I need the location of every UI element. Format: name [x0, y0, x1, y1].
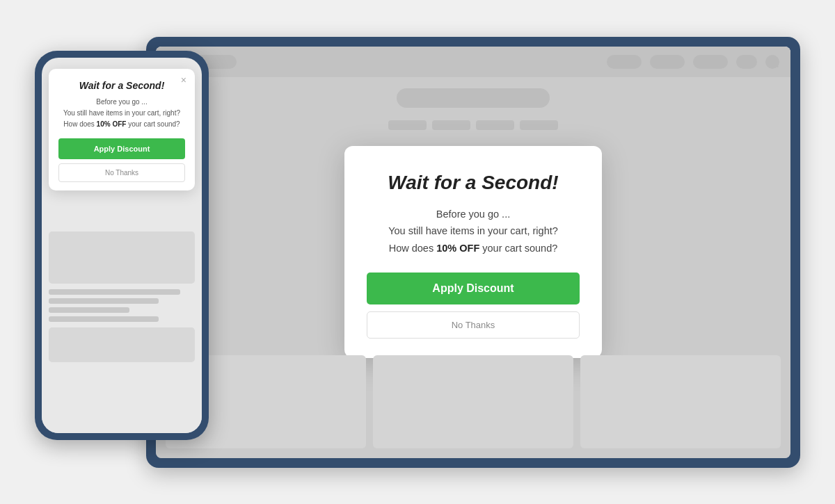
mobile-discount: 10% OFF: [97, 120, 127, 128]
mobile-device: × Wait for a Second! Before you go ... Y…: [35, 51, 209, 440]
mobile-line4: [49, 316, 159, 322]
mobile-close-icon[interactable]: ×: [181, 74, 186, 86]
desktop-bg-grid: [156, 346, 790, 458]
mobile-card2: [49, 327, 195, 362]
mobile-card1: [49, 231, 195, 284]
mobile-modal: × Wait for a Second! Before you go ... Y…: [49, 69, 195, 190]
mobile-body-line2: You still have items in your cart, right…: [63, 109, 180, 117]
mobile-lines: [49, 289, 195, 322]
mobile-body-line3: How does: [63, 120, 96, 128]
desktop-modal-body-line1: Before you go ...: [436, 209, 510, 220]
mobile-body-line1: Before you go ...: [96, 98, 147, 106]
desktop-modal-discount: 10% OFF: [436, 243, 479, 254]
mobile-apply-discount-button[interactable]: Apply Discount: [58, 138, 185, 159]
scene: × Wait for a Second! Before yo: [35, 23, 800, 482]
desktop-modal: Wait for a Second! Before you go ... You…: [344, 146, 602, 358]
desktop-modal-title: Wait for a Second!: [367, 171, 580, 195]
desktop-modal-body-line3: How does: [389, 243, 437, 254]
mobile-modal-body: Before you go ... You still have items i…: [58, 97, 185, 130]
desktop-bg-card3: [580, 355, 781, 448]
desktop-modal-body: Before you go ... You still have items i…: [367, 206, 580, 257]
mobile-no-thanks-button[interactable]: No Thanks: [58, 163, 185, 182]
desktop-modal-body-line2: You still have items in your cart, right…: [388, 225, 558, 236]
desktop-device: × Wait for a Second! Before yo: [146, 37, 800, 468]
desktop-modal-body-line4: your cart sound?: [479, 243, 557, 254]
mobile-body-content: [42, 225, 202, 433]
mobile-modal-title: Wait for a Second!: [58, 80, 185, 91]
desktop-screen: × Wait for a Second! Before yo: [156, 47, 790, 458]
mobile-line2: [49, 298, 159, 304]
mobile-line3: [49, 307, 129, 313]
mobile-body-line4: your cart sound?: [126, 120, 180, 128]
desktop-bg-card2: [373, 355, 573, 448]
mobile-line1: [49, 289, 180, 295]
mobile-screen: × Wait for a Second! Before you go ... Y…: [42, 58, 202, 433]
desktop-apply-discount-button[interactable]: Apply Discount: [367, 273, 580, 304]
desktop-no-thanks-button[interactable]: No Thanks: [367, 311, 580, 339]
